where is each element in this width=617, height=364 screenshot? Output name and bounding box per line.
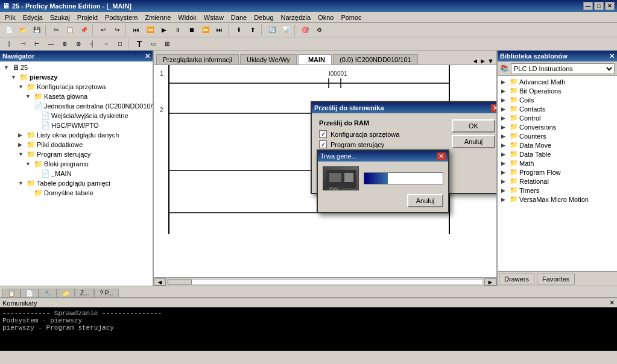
favorites-tab[interactable]: Favorites	[537, 274, 575, 284]
bottom-tab-4[interactable]: 📁	[57, 289, 75, 297]
tb-end[interactable]: ⏭	[213, 24, 226, 36]
tab-menu[interactable]: ▼	[487, 57, 494, 64]
tb2-ladder[interactable]: ⊞	[160, 38, 174, 50]
nav-tree-expand-9[interactable]: ▼	[18, 151, 25, 157]
title-bar-right[interactable]: — □ ✕	[583, 2, 615, 10]
lib-tree-expand-11[interactable]: ▶	[501, 178, 508, 184]
lib-tree-expand-4[interactable]: ▶	[501, 115, 508, 121]
ok-button[interactable]: OK	[452, 119, 495, 133]
lib-tree-item-1[interactable]: ▶📁Bit Operations	[499, 86, 616, 95]
lib-dropdown[interactable]: PLC LD Instructions	[511, 63, 615, 74]
tab-uklady[interactable]: Układy We/Wy	[240, 54, 297, 64]
menu-pomoc[interactable]: Pomoc	[337, 13, 365, 22]
horizontal-scrollbar[interactable]: ◄ ►	[154, 277, 496, 286]
nav-tree-expand-7[interactable]: ▶	[18, 132, 25, 138]
bottom-tab-1[interactable]: 📋	[2, 289, 21, 297]
lib-tree-item-0[interactable]: ▶📁Advanced Math	[499, 77, 616, 86]
tab-main[interactable]: _MAIN	[298, 54, 332, 64]
tb2-9[interactable]: □	[113, 38, 127, 50]
lib-tree-item-10[interactable]: ▶📁Program Flow	[499, 168, 616, 177]
tb-undo[interactable]: ↩	[97, 24, 110, 36]
menu-projekt[interactable]: Projekt	[74, 13, 101, 22]
lib-tree-expand-12[interactable]: ▶	[501, 187, 508, 193]
lib-tree-item-4[interactable]: ▶📁Control	[499, 113, 616, 122]
nav-tree-item-13[interactable]: 📁Domyślne tabele	[1, 188, 151, 198]
checkbox-program[interactable]	[319, 140, 327, 148]
close-button[interactable]: ✕	[605, 2, 615, 10]
lib-tree-expand-9[interactable]: ▶	[501, 160, 508, 166]
menu-podsystem[interactable]: Podsystem	[101, 13, 141, 22]
tb-download[interactable]: ⬇	[232, 24, 245, 36]
nav-tree-expand-2[interactable]: ▼	[18, 84, 25, 90]
komunikaty-close-icon[interactable]: ✕	[609, 299, 615, 307]
tb-cut[interactable]: ✂	[49, 24, 63, 36]
menu-debug[interactable]: Debug	[250, 13, 277, 22]
lib-tree[interactable]: ▶📁Advanced Math▶📁Bit Operations▶📁Coils▶📁…	[498, 76, 617, 271]
nav-tree-item-12[interactable]: ▼📁Tabele podglądu pamięci	[1, 178, 151, 188]
progress-close-icon[interactable]: ✕	[437, 152, 446, 160]
cancel-button[interactable]: Anuluj	[452, 135, 495, 148]
tb-rewind[interactable]: ⏮	[130, 24, 143, 36]
lib-tree-item-3[interactable]: ▶📁Contacts	[499, 104, 616, 113]
tb-open[interactable]: 📂	[16, 24, 30, 36]
progress-cancel-button[interactable]: Anuluj	[407, 194, 443, 207]
nav-tree-item-6[interactable]: 📄HSC/PWM/PTO	[1, 121, 151, 130]
lib-tree-item-13[interactable]: ▶📁VersaMax Micro Motion	[499, 195, 616, 204]
tab-przeglad[interactable]: Przeglądarka informacji	[156, 54, 239, 64]
tb-paste[interactable]: 📌	[77, 24, 90, 36]
tb-monitor[interactable]: 📊	[279, 24, 293, 36]
tb-upload[interactable]: ⬆	[246, 24, 259, 36]
bottom-tab-p[interactable]: ? P...	[94, 289, 118, 297]
tb-target[interactable]: 🎯	[299, 24, 312, 36]
drawers-tab[interactable]: Drawers	[499, 274, 534, 284]
checkbox-konfig[interactable]	[319, 130, 327, 138]
menu-edycja[interactable]: Edycja	[19, 13, 46, 22]
nav-tree-item-8[interactable]: ▶📁Pliki dodatkowe	[1, 140, 151, 149]
menu-szukaj[interactable]: Szukaj	[46, 13, 74, 22]
tb2-8[interactable]: ○	[100, 38, 113, 50]
lib-tree-item-6[interactable]: ▶📁Counters	[499, 131, 616, 140]
tb-config[interactable]: ⚙	[312, 24, 326, 36]
navigator-close-icon[interactable]: ✕	[145, 52, 150, 60]
tb-stop[interactable]: ⏹	[185, 24, 198, 36]
tb2-1[interactable]: |	[2, 38, 16, 50]
tb2-rect[interactable]: ▭	[147, 38, 160, 50]
lib-tree-item-5[interactable]: ▶📁Conversions	[499, 122, 616, 131]
lib-tree-item-8[interactable]: ▶📁Data Table	[499, 149, 616, 158]
nav-tree-item-3[interactable]: ▼📁Kaseta główna	[1, 92, 151, 101]
tb-prev[interactable]: ⏪	[144, 24, 157, 36]
tb2-4[interactable]: —	[44, 38, 57, 50]
tb-next[interactable]: ⏩	[199, 24, 212, 36]
nav-tree-item-0[interactable]: ▼🖥25	[1, 63, 151, 72]
lib-tree-expand-7[interactable]: ▶	[501, 142, 508, 148]
nav-tree[interactable]: ▼🖥25▼📁pierwszy▼📁Konfiguracja sprzętowa▼📁…	[0, 61, 153, 286]
scroll-track[interactable]	[167, 279, 483, 285]
lib-tree-item-12[interactable]: ▶📁Timers	[499, 186, 616, 195]
transfer-close-icon[interactable]: ✕	[491, 104, 496, 112]
lib-tree-item-9[interactable]: ▶📁Math	[499, 158, 616, 168]
lib-tree-expand-5[interactable]: ▶	[501, 124, 508, 130]
lib-tree-item-11[interactable]: ▶📁Relational	[499, 177, 616, 186]
tb-new[interactable]: 📄	[2, 24, 16, 36]
nav-tree-item-5[interactable]: 📄Wejścia/wyjścia dyskretne	[1, 111, 151, 121]
tb-run[interactable]: 🔄	[265, 24, 279, 36]
tb2-T[interactable]: T	[133, 38, 146, 50]
scroll-right[interactable]: ►	[484, 278, 496, 286]
lib-tree-expand-2[interactable]: ▶	[501, 97, 508, 103]
scroll-left[interactable]: ◄	[154, 278, 166, 286]
nav-tree-item-4[interactable]: 📄Jednostka centralna (IC200NDD010/	[1, 101, 151, 111]
nav-tree-expand-12[interactable]: ▼	[18, 180, 25, 186]
nav-tree-expand-0[interactable]: ▼	[4, 64, 11, 71]
bottom-tab-2[interactable]: 📄	[21, 289, 39, 297]
nav-tree-expand-3[interactable]: ▼	[25, 93, 33, 99]
nav-tree-item-1[interactable]: ▼📁pierwszy	[1, 72, 151, 82]
tb-redo[interactable]: ↪	[110, 24, 124, 36]
bottom-tab-z[interactable]: Z...	[75, 289, 94, 297]
nav-tree-expand-1[interactable]: ▼	[11, 74, 18, 80]
tb-save[interactable]: 💾	[30, 24, 43, 36]
nav-tree-item-2[interactable]: ▼📁Konfiguracja sprzętowa	[1, 82, 151, 92]
tb2-6[interactable]: ⊗	[72, 38, 85, 50]
nav-tree-item-9[interactable]: ▼📁Program sterujący	[1, 149, 151, 159]
tab-arrow-left[interactable]: ◄	[472, 57, 478, 64]
maximize-button[interactable]: □	[594, 2, 604, 10]
